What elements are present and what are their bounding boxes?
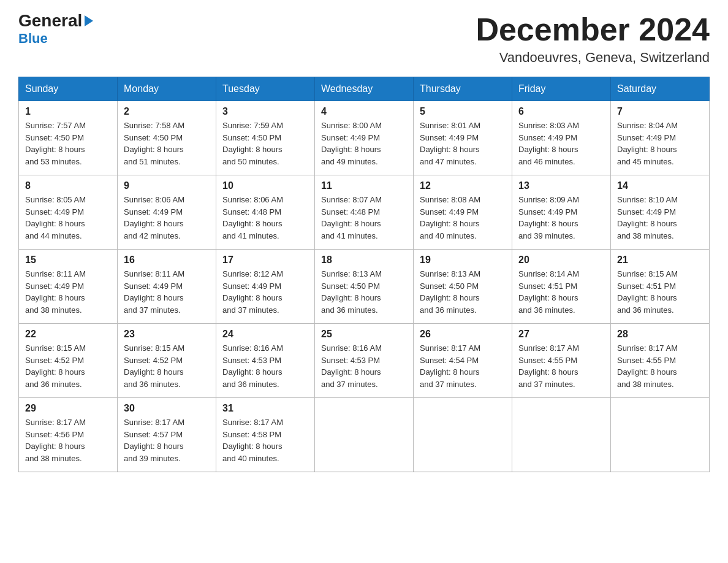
day-number: 18: [321, 255, 407, 266]
calendar-week-row: 29 Sunrise: 8:17 AMSunset: 4:56 PMDaylig…: [19, 398, 710, 472]
day-info: Sunrise: 8:03 AMSunset: 4:49 PMDaylight:…: [518, 120, 604, 167]
calendar-cell: 27 Sunrise: 8:17 AMSunset: 4:55 PMDaylig…: [512, 324, 611, 398]
day-number: 14: [617, 180, 703, 191]
day-info: Sunrise: 8:15 AMSunset: 4:52 PMDaylight:…: [124, 342, 210, 390]
calendar-week-row: 1 Sunrise: 7:57 AMSunset: 4:50 PMDayligh…: [19, 101, 710, 175]
day-info: Sunrise: 8:11 AMSunset: 4:49 PMDaylight:…: [25, 268, 111, 316]
day-number: 28: [617, 329, 703, 340]
logo-arrow-icon: [85, 15, 93, 26]
day-info: Sunrise: 7:57 AMSunset: 4:50 PMDaylight:…: [25, 120, 111, 167]
calendar-cell: [315, 398, 414, 472]
calendar-cell: [414, 398, 512, 472]
calendar-header-saturday: Saturday: [611, 77, 710, 101]
day-number: 7: [617, 106, 703, 117]
calendar-cell: 22 Sunrise: 8:15 AMSunset: 4:52 PMDaylig…: [19, 324, 118, 398]
calendar-cell: 11 Sunrise: 8:07 AMSunset: 4:48 PMDaylig…: [315, 175, 414, 250]
calendar-cell: 21 Sunrise: 8:15 AMSunset: 4:51 PMDaylig…: [611, 250, 710, 324]
day-info: Sunrise: 8:06 AMSunset: 4:48 PMDaylight:…: [222, 194, 308, 242]
calendar-header-tuesday: Tuesday: [216, 77, 315, 101]
calendar-cell: 18 Sunrise: 8:13 AMSunset: 4:50 PMDaylig…: [315, 250, 414, 324]
calendar-cell: 26 Sunrise: 8:17 AMSunset: 4:54 PMDaylig…: [414, 324, 512, 398]
day-info: Sunrise: 8:11 AMSunset: 4:49 PMDaylight:…: [124, 268, 210, 316]
calendar-cell: 6 Sunrise: 8:03 AMSunset: 4:49 PMDayligh…: [512, 101, 611, 175]
day-number: 30: [124, 403, 210, 414]
calendar-cell: 8 Sunrise: 8:05 AMSunset: 4:49 PMDayligh…: [19, 175, 118, 250]
calendar-cell: 23 Sunrise: 8:15 AMSunset: 4:52 PMDaylig…: [118, 324, 216, 398]
calendar-cell: 7 Sunrise: 8:04 AMSunset: 4:49 PMDayligh…: [611, 101, 710, 175]
page-header: General Blue December 2024 Vandoeuvres, …: [18, 12, 710, 66]
day-number: 19: [420, 255, 506, 266]
day-number: 22: [25, 329, 111, 340]
day-info: Sunrise: 8:17 AMSunset: 4:55 PMDaylight:…: [518, 342, 604, 390]
day-number: 31: [222, 403, 308, 414]
day-info: Sunrise: 7:58 AMSunset: 4:50 PMDaylight:…: [124, 120, 210, 167]
calendar-header-thursday: Thursday: [414, 77, 512, 101]
day-info: Sunrise: 8:17 AMSunset: 4:56 PMDaylight:…: [25, 416, 111, 464]
calendar-cell: 30 Sunrise: 8:17 AMSunset: 4:57 PMDaylig…: [118, 398, 216, 472]
day-number: 3: [222, 106, 308, 117]
calendar-cell: 17 Sunrise: 8:12 AMSunset: 4:49 PMDaylig…: [216, 250, 315, 324]
calendar-cell: 20 Sunrise: 8:14 AMSunset: 4:51 PMDaylig…: [512, 250, 611, 324]
calendar-week-row: 22 Sunrise: 8:15 AMSunset: 4:52 PMDaylig…: [19, 324, 710, 398]
day-info: Sunrise: 8:17 AMSunset: 4:55 PMDaylight:…: [617, 342, 703, 390]
day-info: Sunrise: 8:13 AMSunset: 4:50 PMDaylight:…: [321, 268, 407, 316]
day-number: 12: [420, 180, 506, 191]
day-number: 2: [124, 106, 210, 117]
day-number: 25: [321, 329, 407, 340]
day-number: 27: [518, 329, 604, 340]
calendar-cell: 24 Sunrise: 8:16 AMSunset: 4:53 PMDaylig…: [216, 324, 315, 398]
day-info: Sunrise: 8:16 AMSunset: 4:53 PMDaylight:…: [222, 342, 308, 390]
day-info: Sunrise: 8:17 AMSunset: 4:58 PMDaylight:…: [222, 416, 308, 464]
calendar-week-row: 15 Sunrise: 8:11 AMSunset: 4:49 PMDaylig…: [19, 250, 710, 324]
day-number: 26: [420, 329, 506, 340]
logo-general: General: [18, 12, 93, 29]
calendar-cell: 15 Sunrise: 8:11 AMSunset: 4:49 PMDaylig…: [19, 250, 118, 324]
calendar-header-friday: Friday: [512, 77, 611, 101]
day-info: Sunrise: 8:07 AMSunset: 4:48 PMDaylight:…: [321, 194, 407, 242]
day-info: Sunrise: 8:15 AMSunset: 4:51 PMDaylight:…: [617, 268, 703, 316]
calendar-header-sunday: Sunday: [19, 77, 118, 101]
calendar-cell: 2 Sunrise: 7:58 AMSunset: 4:50 PMDayligh…: [118, 101, 216, 175]
title-section: December 2024 Vandoeuvres, Geneva, Switz…: [476, 12, 710, 66]
day-info: Sunrise: 8:00 AMSunset: 4:49 PMDaylight:…: [321, 120, 407, 167]
calendar-cell: 25 Sunrise: 8:16 AMSunset: 4:53 PMDaylig…: [315, 324, 414, 398]
calendar-header-wednesday: Wednesday: [315, 77, 414, 101]
day-number: 4: [321, 106, 407, 117]
day-number: 11: [321, 180, 407, 191]
day-info: Sunrise: 7:59 AMSunset: 4:50 PMDaylight:…: [222, 120, 308, 167]
calendar-cell: 16 Sunrise: 8:11 AMSunset: 4:49 PMDaylig…: [118, 250, 216, 324]
calendar-cell: 28 Sunrise: 8:17 AMSunset: 4:55 PMDaylig…: [611, 324, 710, 398]
day-number: 24: [222, 329, 308, 340]
calendar-cell: 3 Sunrise: 7:59 AMSunset: 4:50 PMDayligh…: [216, 101, 315, 175]
logo: General Blue: [18, 12, 93, 47]
calendar-cell: [611, 398, 710, 472]
day-number: 23: [124, 329, 210, 340]
calendar-header-row: SundayMondayTuesdayWednesdayThursdayFrid…: [19, 77, 710, 101]
day-info: Sunrise: 8:09 AMSunset: 4:49 PMDaylight:…: [518, 194, 604, 242]
day-number: 21: [617, 255, 703, 266]
day-info: Sunrise: 8:04 AMSunset: 4:49 PMDaylight:…: [617, 120, 703, 167]
day-info: Sunrise: 8:17 AMSunset: 4:54 PMDaylight:…: [420, 342, 506, 390]
calendar-week-row: 8 Sunrise: 8:05 AMSunset: 4:49 PMDayligh…: [19, 175, 710, 250]
day-info: Sunrise: 8:14 AMSunset: 4:51 PMDaylight:…: [518, 268, 604, 316]
day-info: Sunrise: 8:12 AMSunset: 4:49 PMDaylight:…: [222, 268, 308, 316]
day-info: Sunrise: 8:01 AMSunset: 4:49 PMDaylight:…: [420, 120, 506, 167]
calendar-cell: 13 Sunrise: 8:09 AMSunset: 4:49 PMDaylig…: [512, 175, 611, 250]
day-number: 20: [518, 255, 604, 266]
calendar-cell: [512, 398, 611, 472]
calendar-cell: 14 Sunrise: 8:10 AMSunset: 4:49 PMDaylig…: [611, 175, 710, 250]
calendar-cell: 4 Sunrise: 8:00 AMSunset: 4:49 PMDayligh…: [315, 101, 414, 175]
day-info: Sunrise: 8:15 AMSunset: 4:52 PMDaylight:…: [25, 342, 111, 390]
day-number: 29: [25, 403, 111, 414]
calendar-cell: 12 Sunrise: 8:08 AMSunset: 4:49 PMDaylig…: [414, 175, 512, 250]
calendar-cell: 19 Sunrise: 8:13 AMSunset: 4:50 PMDaylig…: [414, 250, 512, 324]
calendar-cell: 10 Sunrise: 8:06 AMSunset: 4:48 PMDaylig…: [216, 175, 315, 250]
day-number: 17: [222, 255, 308, 266]
day-number: 1: [25, 106, 111, 117]
day-info: Sunrise: 8:17 AMSunset: 4:57 PMDaylight:…: [124, 416, 210, 464]
day-number: 15: [25, 255, 111, 266]
day-number: 10: [222, 180, 308, 191]
day-number: 8: [25, 180, 111, 191]
logo-blue-text: Blue: [18, 31, 48, 47]
day-number: 16: [124, 255, 210, 266]
